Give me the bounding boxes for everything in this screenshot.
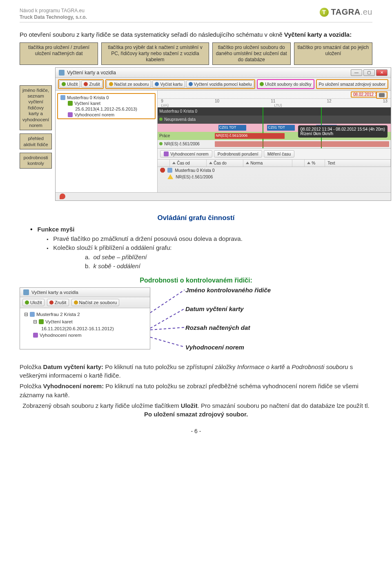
driver-detail-block: Vyčtení karty a vozidla Uložit Zrušit Na… [20,287,372,357]
save-button[interactable]: Uložit [59,80,80,88]
grid-row[interactable]: Musterfrau 0 Krista 0 [158,167,391,173]
mini-tree: ⊟Musterfrau 2 Krista 2 ⊟Vyčtení karet 16… [20,308,150,349]
annotated-app-block: jméno řidiče, seznam vyčtení řidičovy ka… [20,67,372,203]
tab-time-measure[interactable]: Měření času [264,150,295,158]
card-icon [155,82,159,86]
mini-titlebar: Vyčtení karty a vozidla [20,288,150,297]
read-card-button[interactable]: Vyčíst kartu [152,80,185,88]
app-toolbar: Uložit Zrušit Načíst ze souboru Vyčíst k… [56,78,391,91]
bullet-mouse: Funkce myši Pravé tlačítko po zmáčknutí … [30,225,372,253]
mini-load-button[interactable]: Načíst ze souboru [71,299,120,306]
tick: 9 [161,99,163,103]
person-icon [167,168,172,173]
mini-cancel-button[interactable]: Zrušit [47,299,69,306]
plus-icon [159,142,163,145]
svg-line-3 [150,337,185,347]
snapshot-button[interactable] [376,91,388,99]
app-body: Musterfrau 0 Krista 0 Vyčtení karet 25.6… [56,91,391,192]
logo: T TAGRA.eu [320,7,372,17]
alpha-item-b: b k sobě - oddálení [85,262,372,271]
tab-violation-details[interactable]: Podrobnosti porušení [214,150,262,158]
check-icon [25,300,29,305]
callout-save-cancel: tlačítka pro uložení / zrušení uložení n… [20,42,98,65]
subbullet-wheel: Kolečko slouží k přiblížení a oddálení g… [47,243,372,253]
card-icon [68,101,73,106]
annot-eval: Vyhodnocení norem [185,344,244,351]
warning-icon [167,174,173,179]
timeline-rows[interactable]: Musterfrau 0 Krista 0 Neupravená data CZ… [158,107,391,148]
header-line2: Truck Data Technology, s.r.o. [20,14,87,20]
app-titlebar: Vyčtení karty a vozidla — ▢ ✕ [56,68,391,78]
timeline-row-norm[interactable]: NR(ES) č.561/2006 [158,140,391,148]
toolbar-group-save-cancel: Uložit Zrušit [58,79,104,89]
status-bar [56,192,391,200]
tree-card-read-node[interactable]: Vyčtení karet [59,100,154,106]
mini-tree-cardread[interactable]: ⊟Vyčtení karet [22,318,148,325]
check-icon [62,82,66,86]
camera-icon [379,93,385,97]
page-header: Návod k programu TAGRA.eu Truck Data Tec… [20,7,372,22]
mini-save-button[interactable]: Uložit [22,299,45,306]
timeline-subticks: LVA) LTU) [158,103,391,107]
grid-row[interactable]: NR(ES) č.561/2006 [158,173,391,180]
intro-paragraph: Po otevření souboru z karty řidiče se da… [20,31,372,39]
sort-icon [172,162,176,164]
cancel-icon [49,300,53,305]
connector-lines-icon [150,287,187,357]
tree-eval-node[interactable]: Vyhodnocení norem [59,112,154,118]
callout-load-sources: tlačítka pro výběr dat k načtení z umíst… [101,42,209,65]
timeline-row-driver[interactable]: Musterfrau 0 Krista 0 [158,107,391,116]
eval-icon [68,112,73,117]
tree-driver-node[interactable]: Musterfrau 0 Krista 0 [59,95,154,100]
svg-line-0 [150,290,185,313]
mini-tree-eval[interactable]: Vyhodnocení norem [22,332,148,338]
minimize-button[interactable]: — [351,69,362,76]
annotation-lines: Jméno kontrolovaného řidiče Datum vyčten… [163,287,372,357]
mini-tree-driver[interactable]: ⊟Musterfrau 2 Krista 2 [22,311,148,318]
save-folder-button[interactable]: Uložit soubory do složky [257,79,314,89]
mini-title-text: Vyčtení karty a vozidla [31,290,78,295]
callout-save-folder: tlačítko pro uložení souboru do daného u… [212,42,291,65]
para-date-item: Položka Datum vyčtení karty: Po kliknutí… [20,363,372,380]
app-icon [59,70,65,76]
cancel-button[interactable]: Zrušit [81,80,102,88]
section-heading-controls: Ovládání grafu činností [20,214,372,222]
tree-date-node[interactable]: 25.6.2013(4.1.2012-25.6.2013) [59,106,154,112]
annot-read-date: Datum vyčtení karty [185,305,244,312]
sort-icon [246,162,249,164]
para-save-delete: Zobrazený obsah souboru z karty řidiče u… [20,401,372,419]
app-title-text: Vyčtení karty a vozidla [67,70,116,76]
person-icon [30,312,35,317]
header-line1: Návod k programu TAGRA.eu [20,7,87,14]
close-button[interactable]: ✕ [376,69,388,76]
callout-delete-after: tlačítko pro smazání dat po jejich ulože… [294,42,372,65]
delete-after-button[interactable]: Po uložení smazat zdrojový soubor [316,79,388,89]
mini-toolbar: Uložit Zrušit Načíst ze souboru [20,297,150,308]
tab-eval[interactable]: Vyhodnocení norem [160,150,212,158]
mini-tree-date[interactable]: 16.11.2012(20.6.2012-16.11.2012) [22,325,148,332]
header-left: Návod k programu TAGRA.eu Truck Data Tec… [20,7,87,20]
eval-icon [33,333,38,338]
eval-icon [164,151,169,156]
timeline-row-rawdata[interactable]: Neupravená data [158,116,391,124]
timeline-tooltip: 08.02.2012 11:34 - 08.02.2012 15:54 (4h … [298,125,388,138]
svg-line-2 [150,327,185,330]
page-number: - 6 - [20,428,372,434]
main-area: 08.02.2012 11:56 9 10 11 12 13 LVA) LTU) [158,91,391,192]
stop-icon [160,168,165,173]
tick: 12 [327,99,332,103]
load-file-button[interactable]: Načíst ze souboru [107,80,151,88]
callouts-side-column: jméno řidiče, seznam vyčtení řidičovy ka… [20,85,52,169]
sort-icon [209,162,212,164]
app-icon [23,289,29,295]
callouts-top-row: tlačítka pro uložení / zrušení uložení n… [20,42,372,65]
callout-driver-tree: jméno řidiče, seznam vyčtení řidičovy ka… [20,85,52,131]
maximize-button[interactable]: ▢ [363,69,375,76]
read-vehicle-button[interactable]: Vyčtení vozidla pomocí kabelu [186,80,254,88]
folder-icon [109,82,113,86]
app-window: Vyčtení karty a vozidla — ▢ ✕ Uložit Zru… [55,67,391,201]
timeline-header: 08.02.2012 11:56 [158,91,391,99]
bullet-list: Funkce myši Pravé tlačítko po zmáčknutí … [20,225,372,253]
annot-driver-name: Jméno kontrolovaného řidiče [185,287,271,294]
vehicle-icon [189,82,193,86]
